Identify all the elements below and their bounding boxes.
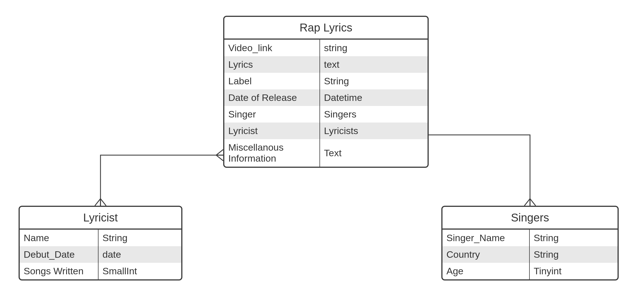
entity-row: Lyricist Lyricists (224, 123, 428, 139)
attr-type: SmallInt (99, 263, 181, 279)
entity-rows: Video_link string Lyrics text Label Stri… (224, 40, 428, 167)
attr-name: Miscellanous Information (224, 139, 320, 167)
entity-row: Date of Release Datetime (224, 89, 428, 106)
entity-title: Singers (442, 207, 618, 230)
entity-rows: Name String Debut_Date date Songs Writte… (20, 230, 181, 279)
attr-name: Video_link (224, 40, 320, 56)
entity-row: Video_link string (224, 40, 428, 56)
entity-row: Lyrics text (224, 56, 428, 73)
attr-type: Datetime (320, 89, 428, 106)
attr-type: String (320, 73, 428, 89)
attr-type: Text (320, 139, 428, 167)
attr-name: Debut_Date (20, 246, 99, 263)
attr-name: Label (224, 73, 320, 89)
entity-title: Lyricist (20, 207, 181, 230)
entity-rows: Singer_Name String Country String Age Ti… (442, 230, 618, 279)
entity-row: Debut_Date date (20, 246, 181, 263)
attr-name: Songs Written (20, 263, 99, 279)
entity-row: Age Tinyint (442, 263, 618, 279)
attr-type: date (99, 246, 181, 263)
entity-row: Singer_Name String (442, 230, 618, 246)
attr-type: Tinyint (530, 263, 618, 279)
entity-rap-lyrics: Rap Lyrics Video_link string Lyrics text… (223, 16, 429, 168)
attr-type: string (320, 40, 428, 56)
attr-name: Name (20, 230, 99, 246)
attr-type: Lyricists (320, 123, 428, 139)
attr-type: String (530, 246, 618, 263)
attr-name: Date of Release (224, 89, 320, 106)
entity-row: Label String (224, 73, 428, 89)
attr-name: Singer (224, 106, 320, 123)
entity-row: Country String (442, 246, 618, 263)
attr-type: text (320, 56, 428, 73)
attr-name: Age (442, 263, 530, 279)
attr-name: Lyrics (224, 56, 320, 73)
entity-row: Name String (20, 230, 181, 246)
entity-lyricist: Lyricist Name String Debut_Date date Son… (19, 206, 182, 280)
entity-singers: Singers Singer_Name String Country Strin… (441, 206, 619, 280)
attr-type: Singers (320, 106, 428, 123)
entity-row: Singer Singers (224, 106, 428, 123)
attr-name: Country (442, 246, 530, 263)
entity-row: Songs Written SmallInt (20, 263, 181, 279)
entity-title: Rap Lyrics (224, 17, 428, 40)
entity-row: Miscellanous Information Text (224, 139, 428, 167)
attr-type: String (99, 230, 181, 246)
attr-name: Lyricist (224, 123, 320, 139)
attr-type: String (530, 230, 618, 246)
attr-name: Singer_Name (442, 230, 530, 246)
